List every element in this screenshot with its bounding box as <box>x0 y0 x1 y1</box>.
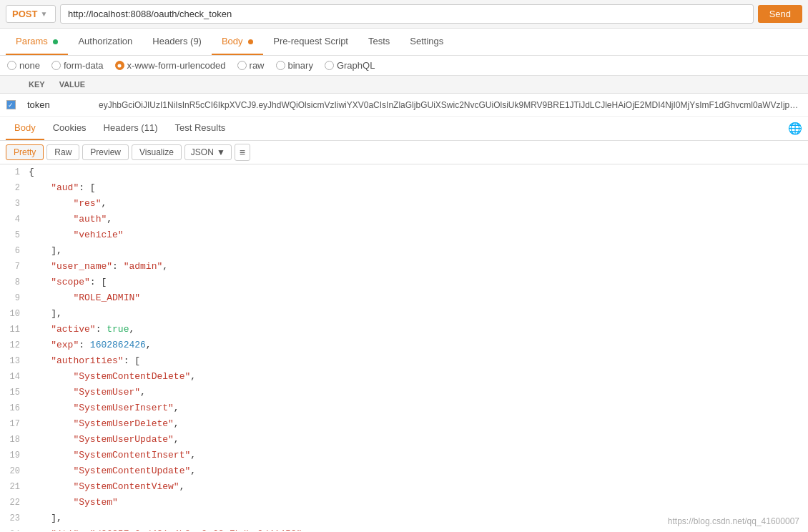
tab-settings[interactable]: Settings <box>400 29 453 55</box>
line-content: "authorities": [ <box>29 354 808 368</box>
body-type-row: none form-data x-www-form-urlencoded raw… <box>0 56 808 76</box>
line-number: 16 <box>0 401 29 415</box>
line-content: "SystemContentView", <box>29 480 808 494</box>
line-content: "user_name": "admin", <box>29 260 808 274</box>
json-line: 5 "vehicle" <box>0 227 808 243</box>
line-content: "SystemUserInsert", <box>29 401 808 415</box>
json-line: 10 ], <box>0 306 808 322</box>
kv-value-token: eyJhbGciOiJIUzI1NiIsInR5cCI6IkpXVCJ9.eyJ… <box>93 97 808 113</box>
json-line: 13 "authorities": [ <box>0 353 808 369</box>
radio-raw[interactable]: raw <box>237 60 265 71</box>
response-toolbar: Pretty Raw Preview Visualize JSON ▼ ≡ <box>0 141 808 164</box>
request-tabs-row: Params Authorization Headers (9) Body Pr… <box>0 29 808 56</box>
line-number: 22 <box>0 496 29 510</box>
format-type-select[interactable]: JSON ▼ <box>184 144 232 160</box>
json-line: 22 "System" <box>0 495 808 511</box>
line-number: 10 <box>0 307 29 321</box>
json-line: 18 "SystemUserUpdate", <box>0 432 808 448</box>
json-line: 20 "SystemContentUpdate", <box>0 463 808 479</box>
radio-circle-none <box>7 61 16 70</box>
json-line: 2 "aud": [ <box>0 180 808 196</box>
tab-tests[interactable]: Tests <box>358 29 400 55</box>
json-line: 12 "exp": 1602862426, <box>0 338 808 353</box>
line-number: 7 <box>0 260 29 274</box>
radio-circle-raw <box>237 61 247 70</box>
kv-table-header: KEY VALUE <box>0 76 808 94</box>
tab-authorization[interactable]: Authorization <box>68 29 142 55</box>
line-number: 8 <box>0 275 29 290</box>
line-content: "SystemUser", <box>29 385 808 400</box>
line-content: "aud": [ <box>29 181 808 195</box>
send-button[interactable]: Send <box>758 5 802 23</box>
line-number: 1 <box>0 165 29 179</box>
format-visualize-btn[interactable]: Visualize <box>132 144 182 160</box>
watermark: https://blog.csdn.net/qq_41600007 <box>668 516 799 526</box>
radio-urlencoded[interactable]: x-www-form-urlencoded <box>115 60 226 71</box>
line-number: 20 <box>0 464 29 478</box>
json-line: 6 ], <box>0 243 808 259</box>
method-select[interactable]: POST ▼ <box>6 5 56 23</box>
format-raw-btn[interactable]: Raw <box>46 144 79 160</box>
url-input[interactable] <box>60 4 754 24</box>
response-tab-test-results[interactable]: Test Results <box>166 117 234 140</box>
json-line: 17 "SystemUserDelete", <box>0 416 808 432</box>
line-number: 24 <box>0 527 29 531</box>
json-line: 8 "scope": [ <box>0 275 808 290</box>
line-number: 11 <box>0 322 29 337</box>
line-content: { <box>29 165 808 179</box>
json-line: 24 "jti": "d06857c6-d431-4b8a-9e68-7bdba… <box>0 526 808 531</box>
radio-binary[interactable]: binary <box>276 60 313 71</box>
kv-checkbox-token[interactable] <box>0 100 21 109</box>
json-line: 9 "ROLE_ADMIN" <box>0 290 808 306</box>
line-content: "auth", <box>29 212 808 227</box>
line-number: 23 <box>0 511 29 526</box>
kv-key-token: token <box>21 97 93 113</box>
body-dot <box>248 39 253 44</box>
line-content: ], <box>29 307 808 321</box>
json-line: 15 "SystemUser", <box>0 385 808 400</box>
json-line: 7 "user_name": "admin", <box>0 259 808 275</box>
radio-circle-binary <box>276 61 285 70</box>
line-content: "SystemUserUpdate", <box>29 433 808 447</box>
content-area: Params Authorization Headers (9) Body Pr… <box>0 29 808 531</box>
line-content: "res", <box>29 197 808 211</box>
tab-headers[interactable]: Headers (9) <box>142 29 212 55</box>
line-number: 17 <box>0 417 29 431</box>
line-content: "SystemContentInsert", <box>29 448 808 463</box>
json-viewer: 1{2 "aud": [3 "res",4 "auth",5 "vehicle"… <box>0 164 808 531</box>
line-content: "jti": "d06857c6-d431-4b8a-9e68-7bdba9d4… <box>29 527 808 531</box>
line-number: 6 <box>0 244 29 258</box>
line-number: 21 <box>0 480 29 494</box>
line-number: 12 <box>0 338 29 353</box>
kv-check-indicator[interactable] <box>6 100 16 109</box>
method-label: POST <box>12 9 37 19</box>
line-content: "scope": [ <box>29 275 808 290</box>
json-line: 4 "auth", <box>0 212 808 227</box>
json-line: 16 "SystemUserInsert", <box>0 400 808 416</box>
line-content: "System" <box>29 496 808 510</box>
globe-icon[interactable]: 🌐 <box>788 122 802 135</box>
tab-params[interactable]: Params <box>6 29 68 55</box>
line-content: "SystemContentDelete", <box>29 370 808 384</box>
radio-graphql[interactable]: GraphQL <box>325 60 375 71</box>
tab-prerequest[interactable]: Pre-request Script <box>263 29 358 55</box>
kv-row-token: token eyJhbGciOiJIUzI1NiIsInR5cCI6IkpXVC… <box>0 94 808 117</box>
response-tab-cookies[interactable]: Cookies <box>44 117 95 140</box>
radio-none[interactable]: none <box>7 60 40 71</box>
tab-body[interactable]: Body <box>212 29 263 55</box>
line-content: "SystemUserDelete", <box>29 417 808 431</box>
radio-form-data[interactable]: form-data <box>51 60 104 71</box>
wrap-lines-btn[interactable]: ≡ <box>235 144 250 161</box>
line-content: "active": true, <box>29 322 808 337</box>
json-line: 3 "res", <box>0 196 808 212</box>
response-tab-headers[interactable]: Headers (11) <box>95 117 167 140</box>
method-chevron: ▼ <box>40 10 47 18</box>
key-col-header: KEY <box>21 79 52 90</box>
format-select-chevron: ▼ <box>217 147 225 157</box>
format-preview-btn[interactable]: Preview <box>82 144 129 160</box>
format-pretty-btn[interactable]: Pretty <box>6 144 44 160</box>
line-number: 15 <box>0 385 29 400</box>
response-tab-body[interactable]: Body <box>6 117 44 140</box>
params-dot <box>53 39 58 44</box>
line-number: 19 <box>0 448 29 463</box>
